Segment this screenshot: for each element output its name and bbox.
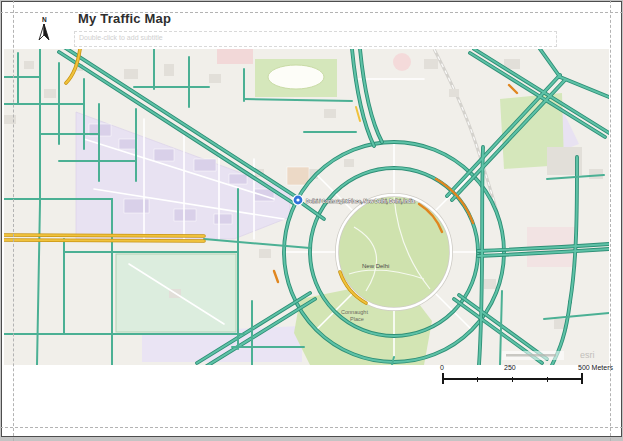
place-label-line1: Connaught xyxy=(341,309,368,315)
pink-circle xyxy=(393,53,411,71)
scale-tick-0: 0 xyxy=(440,364,444,371)
stadium-oval xyxy=(268,65,324,89)
north-arrow-icon[interactable]: N xyxy=(35,15,53,43)
city-label: New Delhi xyxy=(362,263,389,269)
subtitle-placeholder[interactable]: Double-click to add subtitle xyxy=(74,31,557,47)
esri-watermark: esri xyxy=(580,350,595,360)
svg-text:N: N xyxy=(42,16,47,23)
pink-area-top xyxy=(217,49,253,64)
scale-tick-500: 500 Meters xyxy=(578,364,613,371)
print-page: N My Traffic Map Double-click to add sub… xyxy=(1,1,622,437)
scale-tick-250: 250 xyxy=(504,364,516,371)
place-label-line2: Place xyxy=(350,316,364,322)
scale-bar[interactable]: 0 250 500 Meters xyxy=(440,364,618,386)
map-frame[interactable]: esri New Delhi Connaught Place Delhi / C… xyxy=(4,49,609,365)
layout-canvas: N My Traffic Map Double-click to add sub… xyxy=(0,0,623,441)
pin-label: Delhi / Connaught Place, New Delhi, Delh… xyxy=(306,199,415,204)
map-title[interactable]: My Traffic Map xyxy=(78,11,171,26)
basemap: esri New Delhi Connaught Place Delhi / C… xyxy=(4,49,609,365)
